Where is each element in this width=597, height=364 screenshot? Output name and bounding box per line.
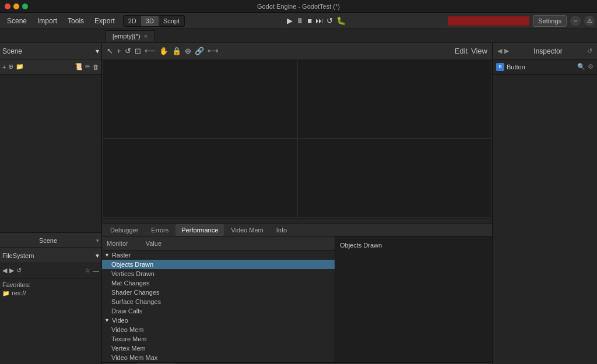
tab-label: [empty](*) [113, 33, 141, 40]
tab-debugger[interactable]: Debugger [104, 224, 144, 236]
tab-errors[interactable]: Errors [145, 224, 174, 236]
raster-arrow-icon: ▼ [104, 252, 110, 258]
scene-header-label: Scene [2, 47, 22, 55]
vp-snap-btn[interactable]: ⊕ [185, 47, 191, 55]
scene-footer-label: Scene [2, 237, 94, 244]
fs-fwd-icon[interactable]: ▶ [9, 267, 14, 274]
view-script-button[interactable]: Script [159, 16, 184, 26]
monitor-list: ▼ Raster Objects Drawn Vertices Drawn Ma… [102, 250, 335, 362]
script-icon[interactable]: 📜 [75, 63, 83, 70]
fs-header: FileSystem ▾ [0, 248, 101, 263]
maximize-button[interactable] [22, 3, 28, 9]
monitor-panel: Monitor Value ▼ Raster Objects Drawn Ver… [102, 236, 335, 362]
fs-toolbar: ◀ ▶ ↺ ☆ — [0, 263, 101, 278]
minimize-button[interactable] [13, 3, 19, 9]
viewport-toolbar: ↖ + ↺ ⊡ ⟵ ✋ 🔒 ⊕ 🔗 ⟷ Edit View [102, 43, 492, 59]
link-icon[interactable]: ⊕ [8, 63, 13, 70]
vp-rect-btn[interactable]: ⊡ [135, 47, 141, 55]
tab-info[interactable]: Info [271, 224, 293, 236]
menu-items: Scene Import Tools Export [2, 15, 120, 27]
debug-panel: Debugger Errors Performance Video Mem In… [102, 224, 492, 364]
viewport-quadrant-tr [297, 59, 493, 139]
close-button[interactable] [5, 3, 10, 9]
tab-performance[interactable]: Performance [175, 224, 224, 236]
vp-pan-btn[interactable]: ✋ [159, 47, 168, 55]
monitor-item-mat-changes[interactable]: Mat Changes [102, 278, 335, 288]
inspector-header: ◀ ▶ Inspector ↺ [493, 43, 597, 59]
tab-video-mem[interactable]: Video Mem [225, 224, 269, 236]
monitor-item-vertex-mem[interactable]: Vertex Mem [102, 344, 335, 353]
vp-link-btn[interactable]: 🔗 [195, 47, 204, 55]
inspector-gear-btn[interactable]: ⚙ [588, 63, 594, 70]
monitor-item-texure-mem[interactable]: Texure Mem [102, 334, 335, 344]
monitor-item-video-mem-max[interactable]: Video Mem Max [102, 353, 335, 362]
scene-dropdown-icon[interactable]: ▾ [96, 47, 99, 55]
fs-refresh-icon[interactable]: ↺ [16, 267, 22, 274]
right-panel: ◀ ▶ Inspector ↺ B Button 🔍 ⚙ [492, 43, 597, 364]
delete-icon[interactable]: 🗑 [93, 63, 99, 70]
monitor-item-objects-drawn[interactable]: Objects Drawn [102, 260, 335, 269]
viewport[interactable] [102, 59, 492, 218]
inspector-fwd-btn[interactable]: ▶ [504, 47, 509, 55]
menu-export[interactable]: Export [90, 15, 120, 27]
scene-footer-dropdown[interactable]: ▾ [96, 238, 99, 243]
vp-lock-btn[interactable]: 🔒 [172, 47, 181, 55]
vp-scale-btn[interactable]: ⟷ [208, 47, 219, 55]
graph-label: Objects Drawn [340, 242, 382, 249]
fs-dropdown[interactable]: ▾ [96, 252, 99, 260]
inspector-obj-bar: B Button 🔍 ⚙ [493, 59, 597, 75]
tabbar: [empty](*) × [0, 29, 597, 43]
play-button[interactable]: ▶ [287, 16, 293, 25]
inspector-search-btn[interactable]: 🔍 [577, 63, 585, 70]
fs-label: FileSystem [2, 252, 93, 259]
step-button[interactable]: ⏭ [315, 16, 323, 25]
viewport-view-menu[interactable]: View [471, 47, 487, 55]
monitor-item-surface-changes[interactable]: Surface Changes [102, 297, 335, 306]
alert-icon[interactable]: ⚠ [584, 16, 595, 26]
viewport-edit-menu[interactable]: Edit [455, 47, 468, 55]
vp-back-btn[interactable]: ⟵ [145, 47, 156, 55]
monitor-col-value: Value [146, 240, 161, 247]
scene-header: Scene ▾ [0, 43, 101, 59]
monitor-item-video-mem[interactable]: Video Mem [102, 325, 335, 334]
inspector-back-btn[interactable]: ◀ [497, 47, 502, 55]
fs-tree: Favorites: 📁 res:// [0, 278, 101, 364]
edit-icon[interactable]: ✏ [85, 63, 90, 70]
settings-button[interactable]: Settings [533, 15, 567, 27]
menu-tools[interactable]: Tools [63, 15, 89, 27]
monitor-item-draw-calls[interactable]: Draw Calls [102, 306, 335, 316]
add-node-icon[interactable]: + [2, 63, 6, 70]
fs-folder-icon: 📁 [2, 290, 9, 296]
monitor-item-vertices-drawn[interactable]: Vertices Drawn [102, 269, 335, 278]
fs-back-icon[interactable]: ◀ [2, 267, 7, 274]
window-title: Godot Engine - GodotTest (*) [257, 3, 340, 10]
view-2d-button[interactable]: 2D [124, 16, 141, 26]
stop-button[interactable]: ■ [307, 16, 312, 25]
monitor-item-shader-changes[interactable]: Shader Changes [102, 288, 335, 297]
menu-import[interactable]: Import [33, 15, 62, 27]
vp-cursor-btn[interactable]: ↖ [107, 47, 113, 55]
inspector-history-btn[interactable]: ↺ [587, 47, 592, 55]
vp-rotate-btn[interactable]: ↺ [125, 47, 131, 55]
fs-favorite-icon[interactable]: ☆ [85, 267, 90, 274]
folder-icon[interactable]: 📁 [16, 63, 24, 70]
fs-favorites-label: Favorites: [2, 281, 99, 289]
titlebar: Godot Engine - GodotTest (*) [0, 0, 597, 13]
monitor-icon[interactable]: ○ [570, 16, 581, 26]
viewport-scrollbar[interactable] [102, 218, 492, 224]
raster-section-header[interactable]: ▼ Raster [102, 250, 335, 260]
settings-area: Settings ○ ⚠ [448, 15, 595, 27]
vp-add-btn[interactable]: + [117, 47, 121, 55]
fs-minus-icon[interactable]: — [93, 267, 99, 274]
error-bar [448, 16, 529, 26]
editor-tab[interactable]: [empty](*) × [105, 30, 155, 41]
fs-res-item[interactable]: 📁 res:// [2, 289, 99, 297]
tab-close-icon[interactable]: × [144, 33, 148, 40]
view-3d-button[interactable]: 3D [141, 16, 159, 26]
debug-icon[interactable]: 🐛 [336, 16, 346, 25]
playback-controls: ▶ ⏸ ■ ⏭ ↺ 🐛 [287, 16, 346, 25]
video-section-header[interactable]: ▼ Video [102, 316, 335, 325]
loop-button[interactable]: ↺ [326, 16, 333, 25]
pause-button[interactable]: ⏸ [296, 16, 304, 25]
menu-scene[interactable]: Scene [2, 15, 31, 27]
